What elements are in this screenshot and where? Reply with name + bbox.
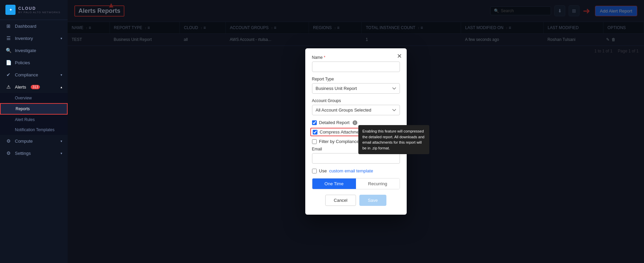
custom-email-use-label: Use <box>319 168 327 173</box>
chevron-down-icon: ▾ <box>61 37 62 40</box>
custom-email-checkbox[interactable] <box>312 169 317 173</box>
chevron-down-icon: ▾ <box>61 151 62 155</box>
sidebar-item-investigate[interactable]: 🔍 Investigate <box>0 44 68 56</box>
compress-tooltip: Enabling this feature will compressed th… <box>358 125 429 154</box>
account-groups-select[interactable]: All Account Groups Selected <box>312 105 400 115</box>
inventory-icon: ☰ <box>5 35 11 41</box>
name-label: Name * <box>312 55 400 60</box>
email-input[interactable] <box>312 153 400 164</box>
alerts-badge: 313 <box>31 85 40 89</box>
chevron-down-icon: ▾ <box>61 139 62 143</box>
modal-footer: Cancel Save <box>312 195 400 208</box>
settings-icon: ⚙ <box>5 150 11 156</box>
sidebar-item-notification-templates[interactable]: Notification Templates <box>0 125 68 135</box>
report-type-group: Report Type Business Unit Report Detaile… <box>312 77 400 94</box>
modal-close-button[interactable]: ✕ <box>397 52 402 60</box>
sidebar-item-settings[interactable]: ⚙ Settings ▾ <box>0 147 68 159</box>
logo-sub: BY PALO ALTO NETWORKS <box>18 11 61 14</box>
sidebar-item-reports[interactable]: Reports <box>0 103 68 115</box>
alerts-subnav: Overview Reports Alert Rules Notificatio… <box>0 93 68 135</box>
modal-overlay: ✕ Name * Report Type Business Unit Repor… <box>68 0 644 263</box>
compress-checkbox[interactable] <box>313 130 317 135</box>
investigate-icon: 🔍 <box>5 48 11 53</box>
sidebar-item-overview[interactable]: Overview <box>0 93 68 103</box>
sidebar-item-alerts-label: Alerts <box>15 85 26 90</box>
compute-icon: ⚙ <box>5 138 11 144</box>
sidebar-item-investigate-label: Investigate <box>15 48 36 53</box>
schedule-toggle-group: One Time Recurring <box>312 178 400 189</box>
detailed-report-checkbox[interactable] <box>312 120 317 125</box>
chevron-up-icon: ▴ <box>61 85 62 89</box>
policies-icon: 📄 <box>5 60 11 65</box>
detailed-report-label: Detailed Report <box>319 120 350 125</box>
filter-compliance-checkbox[interactable] <box>312 139 317 144</box>
chevron-down-icon: ▾ <box>61 73 62 77</box>
sidebar-item-policies-label: Policies <box>15 60 30 65</box>
sidebar-item-dashboard-label: Dashboard <box>15 24 37 29</box>
dashboard-icon: ⊞ <box>5 23 11 29</box>
main-content: Alerts Reports ▲ 🔍 ⬇ ⊞ ➜ Add Alert Repor… <box>68 0 644 263</box>
alert-rules-label: Alert Rules <box>15 117 35 122</box>
logo-text: CLOUD <box>18 6 61 11</box>
account-groups-group: Account Groups All Account Groups Select… <box>312 98 400 115</box>
sidebar-item-inventory-label: Inventory <box>15 36 33 41</box>
report-type-label: Report Type <box>312 77 400 81</box>
sidebar-item-dashboard[interactable]: ⊞ Dashboard <box>0 20 68 32</box>
recurring-button[interactable]: Recurring <box>356 178 400 189</box>
sidebar-item-inventory[interactable]: ☰ Inventory ▾ <box>0 32 68 44</box>
sidebar: ✦ CLOUD BY PALO ALTO NETWORKS ⊞ Dashboar… <box>0 0 68 263</box>
one-time-button[interactable]: One Time <box>312 178 356 189</box>
compliance-icon: ✔ <box>5 72 11 77</box>
logo-icon: ✦ <box>5 5 16 15</box>
required-indicator: * <box>324 55 326 60</box>
sidebar-item-compliance-label: Compliance <box>15 72 38 77</box>
sidebar-item-alerts[interactable]: ⚠ Alerts 313 ▴ <box>0 81 68 93</box>
sidebar-item-settings-label: Settings <box>15 151 31 156</box>
sidebar-item-compute-label: Compute <box>15 139 33 144</box>
account-groups-label: Account Groups <box>312 98 400 103</box>
alerts-icon: ⚠ <box>5 84 11 90</box>
detailed-report-info-icon[interactable]: i <box>353 120 357 125</box>
name-group: Name * <box>312 55 400 72</box>
sidebar-item-policies[interactable]: 📄 Policies <box>0 56 68 69</box>
report-type-select[interactable]: Business Unit Report Detailed Report Cus… <box>312 83 400 94</box>
notification-templates-label: Notification Templates <box>15 127 54 132</box>
cancel-button[interactable]: Cancel <box>325 195 356 206</box>
custom-email-template-link[interactable]: custom email template <box>329 168 373 173</box>
overview-label: Overview <box>15 96 32 100</box>
save-button[interactable]: Save <box>359 195 386 206</box>
sidebar-item-alert-rules[interactable]: Alert Rules <box>0 115 68 125</box>
custom-email-row: Use custom email template <box>312 168 400 173</box>
name-input[interactable] <box>312 62 400 72</box>
sidebar-item-compliance[interactable]: ✔ Compliance ▾ <box>0 69 68 81</box>
reports-label: Reports <box>16 106 30 111</box>
logo-area: ✦ CLOUD BY PALO ALTO NETWORKS <box>0 0 68 20</box>
sidebar-item-compute[interactable]: ⚙ Compute ▾ <box>0 135 68 147</box>
detailed-report-row: Detailed Report i <box>312 120 400 125</box>
